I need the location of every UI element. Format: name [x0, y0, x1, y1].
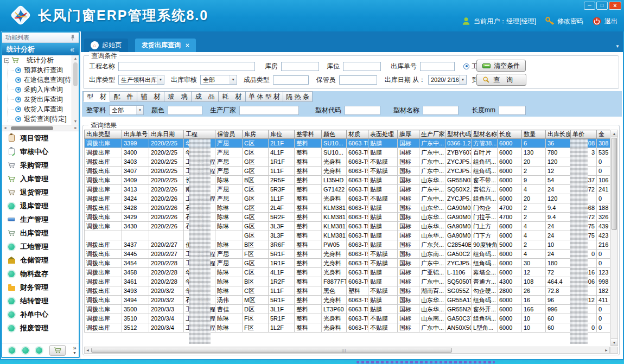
toolbar-dot-icon[interactable]	[36, 347, 42, 354]
column-header[interactable]: 保管员	[215, 130, 243, 139]
column-header[interactable]: 出库日期	[149, 130, 184, 139]
scroll-up-icon[interactable]: ▲	[72, 55, 79, 62]
toolbar-dot-icon[interactable]	[22, 347, 29, 354]
table-row[interactable]: 调拨出库34372020/2/27佛 ...陈琳B区3R6F整料PW056063…	[85, 240, 610, 250]
color-input[interactable]	[168, 106, 202, 115]
material-tab[interactable]: 隔 热 条	[283, 91, 313, 102]
table-row[interactable]: 调拨出库34292020/2/26石 城陈琳G区5R2F整料KLM3817606…	[85, 213, 610, 222]
table-row[interactable]: 调拨出库35102020/3/4工 共工程陈琳F区5R1F整料光身料6063-T…	[85, 314, 610, 323]
tree-item[interactable]: 采购入库查询	[2, 85, 79, 94]
column-header[interactable]: 颜色	[322, 130, 347, 139]
tab-shipping-outbound-query[interactable]: 发货出库查询 ×	[135, 39, 196, 52]
sidebar-item[interactable]: 审核中心	[2, 145, 79, 158]
tree-item[interactable]: 在途信息查询[待	[2, 75, 79, 85]
sidebar-item[interactable]: 出库管理	[2, 226, 79, 240]
length-input[interactable]	[499, 106, 526, 115]
material-tab[interactable]: 辅 材	[137, 91, 164, 102]
sidebar-item[interactable]: 财务管理	[2, 280, 79, 294]
table-row[interactable]: 调拨出库34942020/3/2石 辉城汤伟M区5R1F整料光身料6063-T5…	[85, 296, 610, 305]
column-header[interactable]: 单价	[571, 130, 597, 139]
sidebar-item[interactable]: 仓储管理	[2, 253, 79, 267]
search-button[interactable]: 查 询	[476, 74, 526, 86]
order-no-input[interactable]	[420, 62, 455, 71]
column-header[interactable]: 整零料	[295, 130, 322, 139]
table-row[interactable]: 调拨出库34132020/2/26南 ...严思C区5R3F整料G7142260…	[85, 185, 610, 194]
column-header[interactable]: 表面处理	[368, 130, 398, 139]
maximize-button[interactable]: □	[596, 2, 608, 10]
column-header[interactable]: 生产厂家	[419, 130, 445, 139]
close-button[interactable]: ×	[609, 2, 621, 10]
material-tab[interactable]: 成 品	[192, 91, 219, 102]
hscroll-thumb[interactable]	[91, 348, 452, 353]
tree-item[interactable]: 预算执行查询	[2, 65, 79, 75]
sidebar-item[interactable]: 退库管理	[2, 199, 79, 213]
pin-icon[interactable]	[70, 34, 75, 41]
table-row[interactable]: 调拨出库34032020/2/25工 共工程严思G区1R1F整料光身料6063-…	[85, 157, 610, 167]
table-vertical-scrollbar[interactable]: ▲ ▼	[610, 130, 618, 346]
tree-root[interactable]: − 统计分析	[2, 55, 79, 65]
profile-code-input[interactable]	[345, 106, 380, 115]
column-header[interactable]: 库房	[243, 130, 269, 139]
scroll-right-icon[interactable]: ►	[74, 126, 78, 130]
scroll-left-icon[interactable]: ◄	[86, 348, 90, 352]
collapse-expander-icon[interactable]: −	[4, 58, 9, 63]
change-password-link[interactable]: 修改密码	[557, 17, 583, 26]
toolbar-dot-icon[interactable]	[9, 347, 15, 354]
table-row[interactable]: 调拨出库34932020/3/2华 原...陈琳C区1L1F整料黑色塑料不贴膜国…	[85, 286, 610, 296]
tree-horizontal-scrollbar[interactable]: ◄ ►	[2, 125, 79, 131]
table-row[interactable]: 调拨出库34072020/2/25工 共工程严思G区1L1F整料光身料6063-…	[85, 167, 610, 176]
table-row[interactable]: 调拨出库34542020/2/28工 共工程严思G区1R1F整料光身料6063-…	[85, 259, 610, 268]
tree-scroll-thumb[interactable]	[73, 62, 78, 86]
material-tab[interactable]: 耗 材	[219, 91, 246, 102]
whole-piece-select[interactable]: 全部▼	[109, 105, 144, 115]
table-row[interactable]: G区3L3F整料KLM38176063-T5贴膜国标山东华...GA90M09.…	[85, 231, 610, 240]
scroll-up-icon[interactable]: ▲	[611, 130, 617, 137]
scroll-right-icon[interactable]: ►	[604, 348, 608, 352]
logout-link[interactable]: 退出	[604, 17, 617, 26]
sidebar-item[interactable]: 工地管理	[2, 240, 79, 253]
keeper-input[interactable]	[339, 75, 377, 85]
profile-name-input[interactable]	[423, 106, 459, 115]
sidebar-item[interactable]: 物料盘存	[2, 267, 79, 280]
sidebar-item[interactable]: 生产管理	[2, 213, 79, 226]
toolbar-cart-button[interactable]	[49, 345, 66, 356]
table-row[interactable]: 调拨出库35002020/3/3工 共工程曹佳D区3L1F整料LT3P60606…	[85, 305, 610, 314]
tree-item[interactable]: 退货查询[待定]	[2, 114, 79, 124]
table-row[interactable]: 调拨出库34092020/2/25长 ...陈琳B区2R5F整料LI35HD60…	[85, 176, 610, 185]
scroll-left-icon[interactable]: ◄	[3, 126, 7, 130]
date-from-select[interactable]: 2020/ 2/16▼	[428, 75, 467, 85]
tab-home[interactable]: ⌂ 起始页	[84, 39, 128, 52]
table-row[interactable]: 调拨出库34302020/2/26石 城陈琳G区3L3F整料KLM3817606…	[85, 222, 610, 231]
vscroll-thumb[interactable]	[612, 138, 617, 230]
column-header[interactable]: 长度	[498, 130, 522, 139]
product-type-input[interactable]	[273, 75, 309, 85]
manufacturer-input[interactable]	[239, 106, 299, 115]
table-row[interactable]: 调拨出库34002020/2/25华 原...严思C区4L1F整料SU10...…	[85, 148, 610, 157]
column-header[interactable]: 材质	[347, 130, 368, 139]
table-row[interactable]: 调拨出库33992020/2/25华 原...严思C区2L1F整料SU10...…	[85, 139, 610, 148]
column-header[interactable]: 膜厚	[398, 130, 419, 139]
tree-item[interactable]: 发货出库查询	[2, 94, 79, 104]
collapse-icon[interactable]: «	[70, 45, 74, 54]
table-row[interactable]: 调拨出库34282020/2/26石 城陈琳G区2L4F整料KLM3817606…	[85, 203, 610, 213]
scroll-down-icon[interactable]: ▼	[611, 339, 617, 346]
table-row[interactable]: 调拨出库34612020/2/28华 原...陈琳B区1R2F整料F8877FT…	[85, 277, 610, 286]
sidebar-item[interactable]: 补单中心	[2, 308, 79, 321]
project-name-input[interactable]	[118, 62, 255, 71]
audit-select[interactable]: 全部▼	[200, 75, 237, 85]
outbound-type-select[interactable]: 生产领料出库▼	[118, 75, 164, 85]
tree-item[interactable]: 收货入库查询	[2, 104, 79, 114]
location-input[interactable]	[343, 62, 381, 71]
table-row[interactable]: 调拨出库35122020/3/4工 共工程陈琳F区1L2F整料光身料6063-T…	[85, 323, 610, 333]
sidebar-item[interactable]: 采购管理	[2, 158, 79, 172]
column-header[interactable]: 数量	[522, 130, 546, 139]
minimize-button[interactable]: ─	[584, 2, 595, 10]
tab-list-dropdown-icon[interactable]: ▼	[615, 44, 620, 49]
tree-hscroll-thumb[interactable]	[11, 126, 53, 130]
column-header[interactable]: 型材代码	[445, 130, 472, 139]
column-header[interactable]: 型材名称	[472, 130, 498, 139]
column-header[interactable]: 出库单号	[122, 130, 149, 139]
more-tools-chevron[interactable]: »▼	[73, 346, 77, 355]
column-header[interactable]: 出库类型	[85, 130, 122, 139]
material-tab[interactable]: 配 件	[110, 91, 137, 102]
